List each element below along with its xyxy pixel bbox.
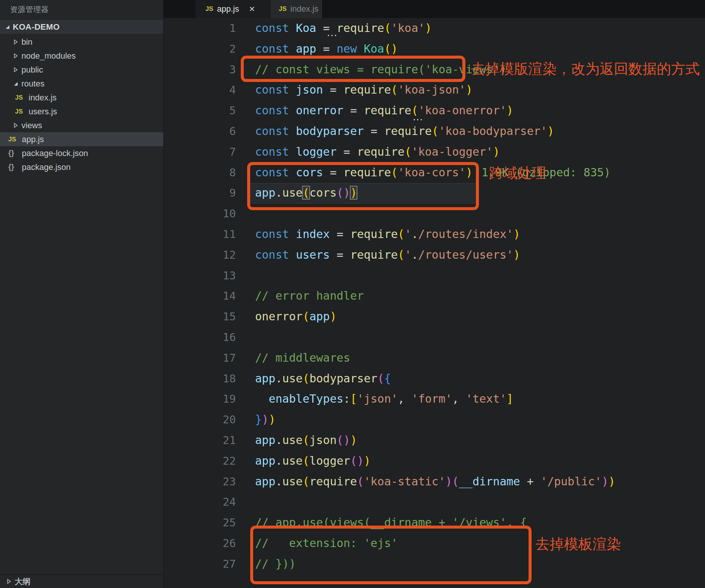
sidebar-item-public[interactable]: public	[0, 63, 163, 77]
code-line-25[interactable]: 25// app.use(views(__dirname + '/views',…	[164, 512, 705, 533]
code-text: }))	[248, 409, 275, 430]
code-line-6[interactable]: 6const bodyparser = require('koa-bodypar…	[164, 121, 705, 142]
code-text	[248, 203, 255, 224]
explorer-sidebar: 资源管理器 KOA-DEMO binnode_modulespublicrout…	[0, 0, 164, 588]
sidebar-item-label: package.json	[22, 162, 71, 172]
code-line-19[interactable]: 19 enableTypes:['json', 'form', 'text']	[164, 389, 705, 409]
chevron-right-icon	[6, 579, 12, 584]
sidebar-item-label: routes	[21, 79, 44, 89]
line-number: 8	[164, 162, 248, 183]
code-text: const Koa = require('koa')	[248, 18, 432, 39]
line-number: 18	[164, 368, 248, 389]
code-line-20[interactable]: 20}))	[164, 409, 705, 430]
code-text: const index = require('./routes/index')	[248, 224, 520, 245]
code-text	[248, 265, 255, 286]
code-text: enableTypes:['json', 'form', 'text']	[248, 389, 513, 409]
sidebar-item-users-js[interactable]: JSusers.js	[0, 105, 163, 118]
sidebar-item-label: app.js	[22, 135, 44, 144]
code-editor[interactable]: 1const Koa = require('koa')2const app = …	[164, 18, 705, 588]
code-text: // app.use(views(__dirname + '/views', {	[248, 512, 527, 533]
code-line-15[interactable]: 15onerror(app)	[164, 306, 705, 327]
code-text: app.use(json())	[248, 430, 357, 451]
code-line-4[interactable]: 4const json = require('koa-json')	[164, 80, 705, 100]
js-file-icon: JS	[8, 136, 19, 143]
tab-index-js[interactable]: JS index.js	[270, 0, 322, 18]
tab-app-js[interactable]: JS app.js ✕	[196, 0, 270, 18]
code-text: const users = require('./routes/users')	[248, 245, 520, 265]
sidebar-item-bin[interactable]: bin	[0, 35, 163, 49]
line-number: 20	[164, 409, 248, 430]
code-line-13[interactable]: 13	[164, 265, 705, 286]
code-text: // middlewares	[248, 348, 350, 368]
code-line-21[interactable]: 21app.use(json())	[164, 430, 705, 451]
line-number: 26	[164, 533, 248, 554]
json-file-icon: {}	[8, 149, 19, 158]
code-line-10[interactable]: 10	[164, 203, 705, 224]
sidebar-item-node-modules[interactable]: node_modules	[0, 49, 163, 63]
code-text: const json = require('koa-json')	[248, 80, 473, 100]
code-line-27[interactable]: 27// }))	[164, 554, 705, 574]
sidebar-item-routes[interactable]: routes	[0, 77, 163, 91]
line-number: 25	[164, 512, 248, 533]
twistie-collapsed-icon	[13, 53, 18, 59]
code-line-14[interactable]: 14// error handler	[164, 286, 705, 306]
code-line-11[interactable]: 11const index = require('./routes/index'…	[164, 224, 705, 245]
tab-label: index.js	[290, 4, 319, 14]
line-number: 24	[164, 492, 248, 512]
line-number: 15	[164, 306, 248, 327]
code-line-22[interactable]: 22app.use(logger())	[164, 451, 705, 471]
code-line-26[interactable]: 26// extension: 'ejs'	[164, 533, 705, 554]
line-number: 12	[164, 245, 248, 265]
sidebar-item-app-js[interactable]: JSapp.js	[0, 132, 163, 146]
sidebar-item-package-lock-json[interactable]: {}package-lock.json	[0, 146, 163, 160]
code-text: // error handler	[248, 286, 364, 306]
editor-tab-bar: JS app.js ✕ JS index.js	[164, 0, 705, 18]
line-number: 17	[164, 348, 248, 368]
js-file-icon: JS	[15, 94, 26, 102]
close-tab-icon[interactable]: ✕	[249, 5, 255, 14]
code-line-2[interactable]: 2const app = new Koa()	[164, 39, 705, 59]
code-line-5[interactable]: 5const onerror = require('koa-onerror')	[164, 100, 705, 121]
line-number: 1	[164, 18, 248, 39]
twistie-collapsed-icon	[13, 39, 18, 45]
tab-label: app.js	[217, 4, 239, 14]
project-root-row[interactable]: KOA-DEMO	[0, 20, 163, 34]
line-number: 5	[164, 100, 248, 121]
code-text: app.use(require('koa-static')(__dirname …	[248, 471, 615, 492]
line-number: 16	[164, 327, 248, 348]
line-number: 22	[164, 451, 248, 471]
code-line-1[interactable]: 1const Koa = require('koa')	[164, 18, 705, 39]
code-line-8[interactable]: 8const cors = require('koa-cors')	[164, 162, 705, 183]
code-line-16[interactable]: 16	[164, 327, 705, 348]
code-text	[248, 492, 255, 512]
sidebar-item-label: views	[21, 121, 42, 130]
outline-label: 大纲	[15, 576, 30, 587]
sidebar-item-label: package-lock.json	[22, 149, 88, 158]
code-line-23[interactable]: 23app.use(require('koa-static')(__dirnam…	[164, 471, 705, 492]
line-number: 23	[164, 471, 248, 492]
code-line-12[interactable]: 12const users = require('./routes/users'…	[164, 245, 705, 265]
twistie-expanded-icon	[13, 81, 18, 86]
code-text: // extension: 'ejs'	[248, 533, 398, 554]
file-tree: binnode_modulespublicroutesJSindex.jsJSu…	[0, 35, 163, 174]
sidebar-item-views[interactable]: views	[0, 118, 163, 132]
line-number: 19	[164, 389, 248, 409]
line-number: 14	[164, 286, 248, 306]
code-line-24[interactable]: 24	[164, 492, 705, 512]
sidebar-item-package-json[interactable]: {}package.json	[0, 160, 163, 174]
sidebar-item-label: index.js	[29, 93, 57, 103]
code-text: app.use(logger())	[248, 451, 371, 471]
code-line-3[interactable]: 3// const views = require('koa-views')	[164, 59, 705, 80]
line-number: 4	[164, 80, 248, 100]
outline-section[interactable]: 大纲	[0, 574, 163, 588]
sidebar-item-label: bin	[21, 37, 32, 47]
line-number: 27	[164, 554, 248, 574]
code-line-18[interactable]: 18app.use(bodyparser({	[164, 368, 705, 389]
line-number: 11	[164, 224, 248, 245]
code-line-9[interactable]: 9app.use(cors())	[164, 183, 705, 203]
sidebar-item-label: users.js	[29, 107, 57, 117]
sidebar-item-index-js[interactable]: JSindex.js	[0, 91, 163, 105]
code-line-7[interactable]: 7const logger = require('koa-logger')	[164, 142, 705, 162]
code-line-17[interactable]: 17// middlewares	[164, 348, 705, 368]
line-number: 9	[164, 183, 248, 203]
